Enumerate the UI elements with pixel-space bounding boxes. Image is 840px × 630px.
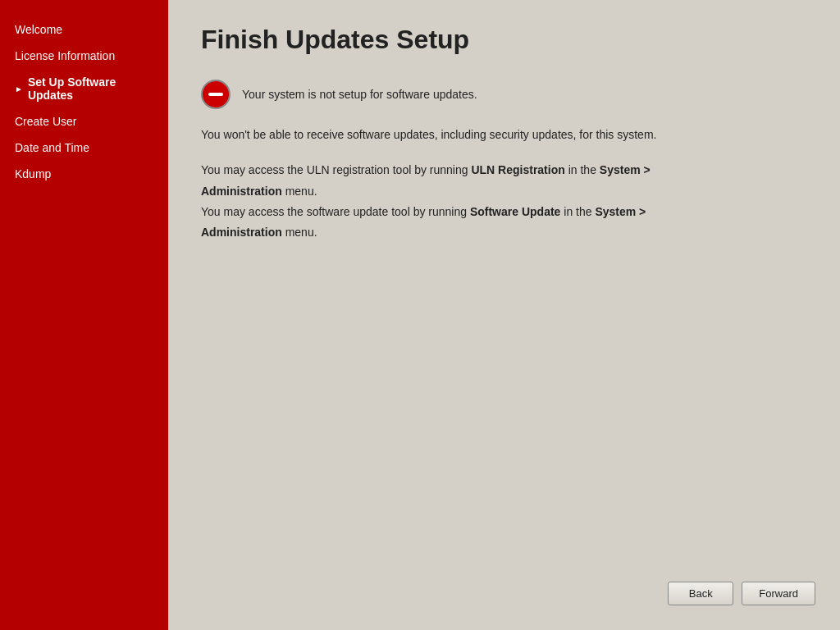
sidebar-item-license-information[interactable]: License Information [0,43,168,69]
uln-line1-post: menu. [282,185,317,198]
back-button[interactable]: Back [668,582,733,605]
main-container: Welcome License Information ► Set Up Sof… [0,0,840,630]
uln-line1-mid: in the [565,163,600,176]
button-bar: Back Forward [668,582,815,605]
sidebar-item-label: Date and Time [15,141,89,154]
error-icon [201,80,231,109]
sidebar: Welcome License Information ► Set Up Sof… [0,0,168,630]
sidebar-item-label: License Information [15,49,115,62]
uln-line2-pre: You may access the software update tool … [201,205,470,218]
uln-bold1: ULN Registration [471,163,564,176]
warning-text: Your system is not setup for software up… [242,88,477,101]
sidebar-item-kdump[interactable]: Kdump [0,161,168,187]
uln-line2-mid: in the [560,205,595,218]
uln-info: You may access the ULN registration tool… [201,160,693,243]
sidebar-item-set-up-software-updates[interactable]: ► Set Up Software Updates [0,69,168,108]
page-title: Finish Updates Setup [201,25,807,55]
sidebar-item-label: Kdump [15,167,51,180]
uln-line1: You may access the ULN registration tool… [201,160,693,201]
uln-line2-post: menu. [282,226,317,239]
forward-button[interactable]: Forward [742,582,815,605]
warning-row: Your system is not setup for software up… [201,80,807,109]
uln-bold3: Software Update [470,205,560,218]
sidebar-item-date-and-time[interactable]: Date and Time [0,135,168,161]
description-text: You won't be able to receive software up… [201,126,693,144]
content-area: Finish Updates Setup Your system is not … [168,0,840,630]
sidebar-item-label: Set Up Software Updates [28,75,153,102]
sidebar-item-label: Welcome [15,23,62,36]
sidebar-item-welcome[interactable]: Welcome [0,16,168,43]
arrow-icon: ► [15,84,23,94]
sidebar-item-label: Create User [15,115,76,128]
uln-line2: You may access the software update tool … [201,202,693,243]
sidebar-item-create-user[interactable]: Create User [0,108,168,135]
uln-line1-pre: You may access the ULN registration tool… [201,163,471,176]
